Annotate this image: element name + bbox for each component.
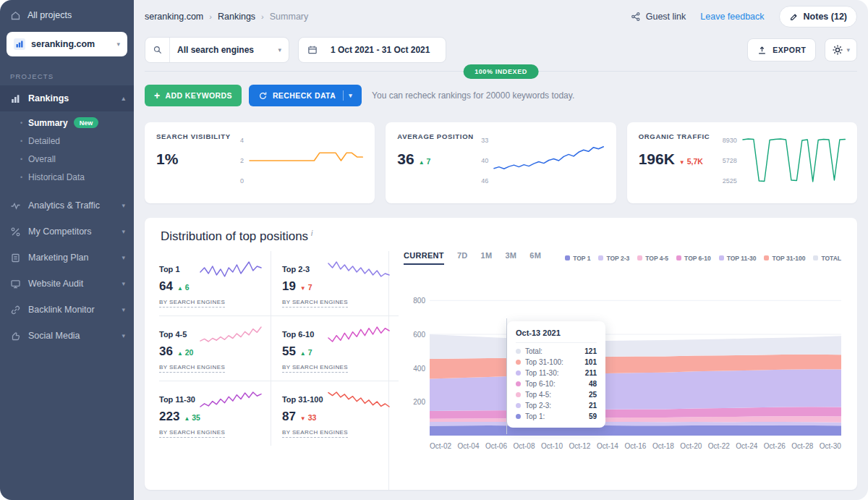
stat-value: 196K <box>639 151 675 168</box>
main-content: seranking.com › Rankings › Summary Guest… <box>134 0 868 500</box>
tab-7d[interactable]: 7D <box>457 251 468 265</box>
by-search-engines-link[interactable]: BY SEARCH ENGINES <box>159 364 225 373</box>
tab-3m[interactable]: 3M <box>505 251 516 265</box>
top-2-3-sparkline <box>328 260 390 278</box>
guest-link-button[interactable]: Guest link <box>631 12 686 22</box>
by-search-engines-link[interactable]: BY SEARCH ENGINES <box>159 299 225 308</box>
legend-item-top-11-30[interactable]: TOP 11-30 <box>719 255 757 262</box>
toolbar-right: EXPORT ▾ <box>747 38 857 62</box>
tooltip-row: Top 2-3:21 <box>516 402 597 410</box>
add-keywords-button[interactable]: + ADD KEYWORDS <box>145 85 242 106</box>
date-range-picker[interactable]: 1 Oct 2021 - 31 Oct 2021 <box>298 37 446 63</box>
stat-card-search-visibility: SEARCH VISIBILITY 1% 4 2 0 <box>145 122 375 203</box>
breadcrumb-separator-icon: › <box>209 12 212 21</box>
indexed-badge: 100% INDEXED <box>463 64 539 79</box>
leave-feedback-link[interactable]: Leave feedback <box>700 12 764 22</box>
tab-1m[interactable]: 1M <box>481 251 493 265</box>
all-projects-link[interactable]: All projects <box>0 0 134 30</box>
sidebar-item-rankings[interactable]: Rankings ▴ <box>0 85 134 111</box>
tab-current[interactable]: CURRENT <box>404 251 444 265</box>
by-search-engines-link[interactable]: BY SEARCH ENGINES <box>282 299 348 308</box>
guest-link-label: Guest link <box>646 12 686 22</box>
sidebar-item-analytics-traffic[interactable]: Analytics & Traffic ▾ <box>0 192 134 219</box>
chevron-down-icon: ▾ <box>846 46 850 54</box>
sidebar-item-social-media[interactable]: Social Media ▾ <box>0 323 134 349</box>
arrow-down-icon: ▼ <box>300 285 306 292</box>
by-search-engines-link[interactable]: BY SEARCH ENGINES <box>159 429 225 438</box>
search-visibility-sparkline[interactable] <box>249 135 363 186</box>
legend-swatch <box>598 255 603 260</box>
series-dot <box>516 370 521 376</box>
stat-delta: ▲ 7 <box>419 157 431 166</box>
recheck-data-button[interactable]: RECHECK DATA ▾ <box>249 85 362 106</box>
header-actions: Guest link Leave feedback Notes (12) <box>631 6 857 27</box>
series-dot <box>516 414 521 419</box>
stacked-area-svg[interactable] <box>430 284 841 436</box>
sidebar-item-backlink-monitor[interactable]: Backlink Monitor ▾ <box>0 297 134 323</box>
backlink-icon <box>10 305 21 315</box>
positions-area-chart[interactable]: 800600400200 Oct-13 2021 Total:121 Top 3… <box>430 284 841 436</box>
legend-item-top-6-10[interactable]: TOP 6-10 <box>676 255 711 262</box>
by-search-engines-link[interactable]: BY SEARCH ENGINES <box>282 429 348 438</box>
new-badge: New <box>74 117 99 128</box>
breadcrumb-page: Summary <box>270 12 308 22</box>
sidebar-nav: Rankings ▴ Summary New Detailed Overall … <box>0 85 134 349</box>
breadcrumb: seranking.com › Rankings › Summary <box>145 12 308 22</box>
mini-stat-value: 55 <box>282 344 296 359</box>
sidebar-item-website-audit[interactable]: Website Audit ▾ <box>0 271 134 297</box>
chart-y-axis: 800600400200 <box>404 284 425 436</box>
breadcrumb-project[interactable]: seranking.com <box>145 12 203 22</box>
chart-x-axis-label: Oct-26 <box>764 442 786 450</box>
settings-button[interactable]: ▾ <box>825 38 857 62</box>
search-engines-select[interactable]: All search engines ▾ <box>145 37 289 63</box>
stat-axis: 8930 5728 2525 <box>723 135 737 186</box>
project-selector[interactable]: seranking.com ▾ <box>7 32 127 56</box>
info-icon[interactable]: i <box>311 229 312 237</box>
chevron-up-icon: ▴ <box>122 95 125 102</box>
sidebar-item-my-competitors[interactable]: My Competitors ▾ <box>0 219 134 245</box>
chart-x-axis: Oct-02Oct-04Oct-06Oct-08Oct-10Oct-12Oct-… <box>430 442 841 450</box>
tab-6m[interactable]: 6M <box>529 251 541 265</box>
project-favicon-icon <box>14 38 25 50</box>
plus-icon: + <box>154 90 161 101</box>
mini-stat-value: 87 <box>282 410 296 424</box>
legend-item-top-31-100[interactable]: TOP 31-100 <box>764 255 805 262</box>
subitem-label: Detailed <box>28 136 60 146</box>
mini-stat-value: 64 <box>159 279 173 294</box>
series-dot <box>516 360 521 365</box>
notes-button[interactable]: Notes (12) <box>779 6 857 27</box>
sidebar-subitem-historical-data[interactable]: Historical Data <box>0 168 134 186</box>
mini-stat-label: Top 2-3 <box>282 265 310 274</box>
breadcrumb-separator-icon: › <box>261 12 264 21</box>
arrow-up-icon: ▲ <box>419 159 425 166</box>
chart-y-axis-label: 600 <box>413 331 425 339</box>
notes-label: Notes (12) <box>804 12 847 22</box>
by-search-engines-link[interactable]: BY SEARCH ENGINES <box>282 364 348 373</box>
chart-x-axis-label: Oct-06 <box>485 442 507 450</box>
mini-stat-label: Top 6-10 <box>282 330 314 339</box>
mini-stat-top-4-5: Top 4-5 36▲ 20 BY SEARCH ENGINES <box>159 316 271 381</box>
rankings-submenu: Summary New Detailed Overall Historical … <box>0 111 134 192</box>
legend-item-top-2-3[interactable]: TOP 2-3 <box>598 255 629 262</box>
positions-chart-zone: CURRENT 7D 1M 3M 6M TOP 1 TOP 2-3 TOP 4-… <box>389 251 857 490</box>
all-projects-label: All projects <box>27 10 72 20</box>
export-button[interactable]: EXPORT <box>747 38 816 62</box>
average-position-sparkline[interactable] <box>493 135 604 186</box>
legend-item-total[interactable]: TOTAL <box>813 255 841 262</box>
organic-traffic-sparkline[interactable] <box>742 135 846 186</box>
legend-item-top-4-5[interactable]: TOP 4-5 <box>637 255 668 262</box>
sidebar-subitem-detailed[interactable]: Detailed <box>0 132 134 150</box>
mini-stat-delta: ▲ 20 <box>177 348 194 357</box>
legend-swatch <box>813 255 818 260</box>
sidebar-subitem-summary[interactable]: Summary New <box>0 114 134 132</box>
legend-item-top-1[interactable]: TOP 1 <box>565 255 590 262</box>
breadcrumb-section[interactable]: Rankings <box>218 12 255 22</box>
sidebar-item-marketing-plan[interactable]: Marketing Plan ▾ <box>0 245 134 271</box>
rankings-icon <box>10 93 21 104</box>
distribution-title: Distribution of top positions <box>161 229 308 244</box>
sidebar-subitem-overall[interactable]: Overall <box>0 150 134 168</box>
chevron-down-icon: ▾ <box>278 46 289 54</box>
chart-x-axis-label: Oct-30 <box>820 442 841 450</box>
arrow-up-icon: ▲ <box>177 285 183 292</box>
mini-stat-value: 223 <box>159 410 179 424</box>
